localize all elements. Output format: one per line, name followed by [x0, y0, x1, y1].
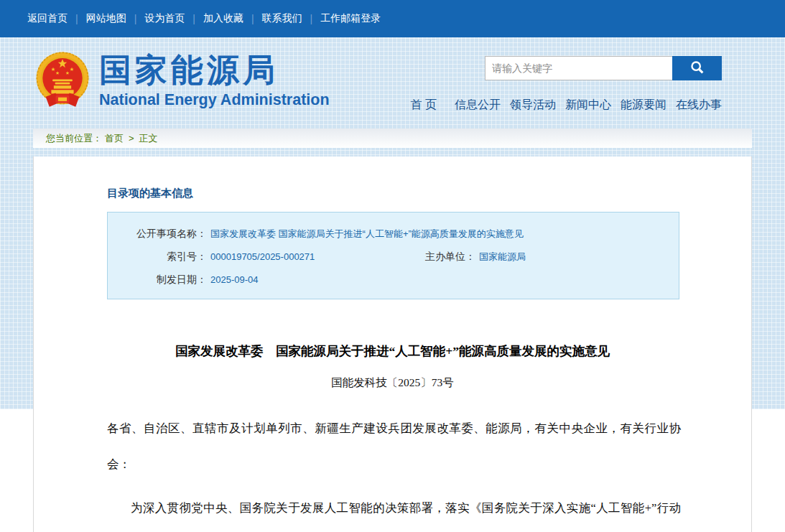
breadcrumb-prefix: 您当前位置：: [46, 132, 102, 145]
document-paragraph-intro: 为深入贯彻党中央、国务院关于发展人工智能的决策部署，落实《国务院关于深入实施“人…: [107, 490, 681, 532]
catalog-date-value: 2025-09-04: [207, 272, 259, 287]
site-title-chinese: 国家能源局: [99, 52, 330, 89]
catalog-info-panel: 公开事项名称： 国家发展改革委 国家能源局关于推进“人工智能+”能源高质量发展的…: [107, 212, 679, 299]
catalog-section-title: 目录项的基本信息: [107, 187, 751, 200]
content-panel: 目录项的基本信息 公开事项名称： 国家发展改革委 国家能源局关于推进“人工智能+…: [33, 157, 752, 532]
document-title: 国家发展改革委 国家能源局关于推进“人工智能+”能源高质量发展的实施意见: [91, 342, 694, 360]
separator: |: [134, 13, 137, 24]
top-link-bar: 返回首页 | 网站地图 | 设为首页 | 加入收藏 | 联系我们 | 工作邮箱登…: [0, 0, 785, 37]
separator: |: [251, 13, 254, 24]
catalog-date-label: 制发日期：: [108, 272, 207, 287]
search-input[interactable]: [485, 56, 672, 80]
search-button[interactable]: [672, 56, 722, 80]
breadcrumb: 您当前位置： 首页 > 正文: [33, 129, 752, 148]
breadcrumb-link-home[interactable]: 首页: [105, 132, 124, 145]
site-title-english: National Energy Administration: [99, 90, 330, 109]
document-number: 国能发科技〔2025〕73号: [34, 375, 751, 391]
nav-item-leader-activities[interactable]: 领导活动: [510, 98, 556, 113]
nav-item-energy-news[interactable]: 能源要闻: [621, 98, 666, 113]
topbar-link-add-favorite[interactable]: 加入收藏: [203, 12, 243, 25]
brand-text: 国家能源局 National Energy Administration: [99, 50, 330, 109]
nav-item-news-center[interactable]: 新闻中心: [565, 98, 611, 113]
catalog-name-label: 公开事项名称：: [108, 226, 207, 241]
nav-item-home[interactable]: 首 页: [411, 98, 437, 113]
nav-item-online-services[interactable]: 在线办事: [676, 98, 722, 113]
separator: |: [310, 13, 313, 24]
separator: |: [192, 13, 195, 24]
separator: |: [75, 13, 78, 24]
breadcrumb-separator: >: [129, 133, 134, 144]
catalog-index-label: 索引号：: [108, 249, 207, 264]
document-body: 各省、自治区、直辖市及计划单列市、新疆生产建设兵团发展改革委、能源局，有关中央企…: [107, 411, 681, 532]
topbar-link-set-homepage[interactable]: 设为首页: [144, 12, 185, 25]
nav-item-info-disclosure[interactable]: 信息公开: [455, 98, 501, 113]
document-paragraph-salutation: 各省、自治区、直辖市及计划单列市、新疆生产建设兵团发展改革委、能源局，有关中央企…: [107, 411, 681, 482]
topbar-link-sitemap[interactable]: 网站地图: [86, 12, 126, 25]
topbar-link-contact-us[interactable]: 联系我们: [262, 12, 302, 25]
catalog-index-value: 000019705/2025-000271: [207, 249, 315, 264]
catalog-row-date: 制发日期： 2025-09-04: [108, 272, 679, 287]
catalog-org-value-link[interactable]: 国家能源局: [475, 249, 526, 264]
topbar-link-return-home[interactable]: 返回首页: [27, 12, 68, 25]
breadcrumb-current: 正文: [139, 132, 158, 145]
catalog-name-value-link[interactable]: 国家发展改革委 国家能源局关于推进“人工智能+”能源高质量发展的实施意见: [207, 226, 524, 241]
search-icon: [689, 60, 705, 78]
national-emblem-logo: [34, 50, 90, 116]
search-bar: [485, 56, 722, 80]
catalog-row-index-org: 索引号： 000019705/2025-000271 主办单位： 国家能源局: [108, 249, 679, 264]
site-header: 国家能源局 National Energy Administration 首 页…: [0, 37, 785, 122]
catalog-org-label: 主办单位：: [411, 249, 475, 264]
site-brand: 国家能源局 National Energy Administration: [34, 50, 330, 116]
main-nav: 首 页 信息公开 领导活动 新闻中心 能源要闻 在线办事: [411, 98, 722, 113]
catalog-row-name: 公开事项名称： 国家发展改革委 国家能源局关于推进“人工智能+”能源高质量发展的…: [108, 226, 679, 241]
topbar-link-mail-login[interactable]: 工作邮箱登录: [320, 12, 381, 25]
